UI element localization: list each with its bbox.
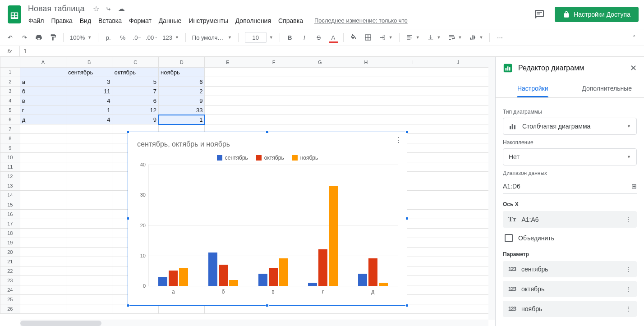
menu-tools[interactable]: Инструменты	[185, 15, 231, 26]
series-chip[interactable]: 123сентябрь⋮	[503, 261, 637, 277]
menu-format[interactable]: Формат	[126, 15, 155, 26]
number-type-icon: 123	[508, 266, 516, 272]
more-icon[interactable]: ⋮	[625, 266, 631, 273]
svg-rect-15	[510, 126, 511, 129]
more-tools-btn[interactable]: ⋯	[493, 31, 506, 44]
fill-color-btn[interactable]	[347, 31, 360, 44]
chart-menu-icon[interactable]: ⋮	[395, 136, 402, 144]
sidebar-title: Редактор диаграмм	[518, 64, 625, 72]
share-label: Настройки Доступа	[574, 11, 630, 18]
bold-btn[interactable]: B	[284, 31, 296, 44]
series-chip[interactable]: 123октябрь⋮	[503, 281, 637, 297]
tab-customize[interactable]: Дополнительные	[570, 79, 644, 97]
svg-rect-3	[15, 13, 17, 15]
chart-editor-icon	[503, 63, 513, 73]
move-icon[interactable]: ⤷	[106, 5, 111, 13]
sheets-logo	[5, 5, 23, 23]
combine-checkbox[interactable]: Объединить	[503, 231, 637, 244]
horizontal-scrollbar[interactable]	[20, 320, 488, 326]
number-type-icon: 123	[508, 286, 516, 292]
menu-view[interactable]: Вид	[77, 15, 94, 26]
doc-title[interactable]: Новая таблица	[25, 3, 87, 14]
svg-rect-2	[12, 13, 14, 15]
collapse-toolbar-icon[interactable]: ˄	[628, 31, 640, 44]
close-icon[interactable]: ✕	[630, 63, 637, 73]
menu-insert[interactable]: Вставка	[95, 15, 125, 26]
borders-btn[interactable]	[362, 31, 374, 44]
svg-rect-12	[506, 68, 507, 71]
chart-type-select[interactable]: Столбчатая диаграмма▼	[503, 118, 637, 135]
bar-chart-icon	[509, 123, 518, 130]
currency-btn[interactable]: р.	[102, 31, 115, 44]
menu-help[interactable]: Справка	[275, 15, 306, 26]
stacking-label: Накопление	[503, 139, 637, 146]
star-icon[interactable]: ☆	[93, 5, 99, 13]
wrap-btn[interactable]: ▼	[445, 34, 465, 41]
svg-rect-7	[537, 14, 540, 14]
text-color-btn[interactable]: A	[327, 31, 340, 44]
fx-input[interactable]: 1	[20, 48, 27, 55]
app-header: Новая таблица ☆ ⤷ ☁ Файл Правка Вид Вста…	[0, 0, 644, 29]
print-icon[interactable]	[32, 31, 45, 44]
vertical-scrollbar[interactable]	[488, 57, 495, 320]
comments-icon[interactable]	[530, 5, 548, 23]
dec-more-btn[interactable]: .00→	[145, 31, 158, 44]
dec-less-btn[interactable]: .0←	[131, 31, 143, 44]
font-select[interactable]: По умолча...▼	[189, 34, 235, 41]
redo-icon[interactable]: ↷	[18, 31, 31, 44]
chart-editor-sidebar: Редактор диаграмм ✕ Настройки Дополнител…	[495, 57, 644, 326]
stacking-select[interactable]: Нет▼	[503, 148, 637, 165]
formula-bar: fx 1	[0, 46, 644, 57]
series-chip[interactable]: 123ноябрь⋮	[503, 301, 637, 317]
chart-plot: 010203040абвгд	[148, 165, 398, 286]
rotate-btn[interactable]: ▼	[466, 34, 486, 41]
menu-edit[interactable]: Правка	[48, 15, 75, 26]
merge-btn[interactable]: ▼	[376, 34, 396, 41]
svg-rect-4	[12, 16, 14, 18]
paint-format-icon[interactable]	[47, 31, 60, 44]
more-icon[interactable]: ⋮	[625, 305, 631, 312]
tab-setup[interactable]: Настройки	[496, 79, 570, 97]
svg-rect-17	[514, 125, 515, 129]
chart-object[interactable]: ⋮ сентябрь, октябрь и ноябрь сентябрьокт…	[128, 132, 407, 306]
font-size-select[interactable]: 10▼	[242, 32, 276, 43]
toolbar: ↶ ↷ 100%▼ р. % .0← .00→ 123▼ По умолча..…	[0, 29, 644, 46]
undo-icon[interactable]: ↶	[4, 31, 16, 44]
chart-legend: сентябрьоктябрьноябрь	[128, 155, 407, 161]
zoom-select[interactable]: 100%▼	[67, 34, 94, 41]
range-label: Диапазон данных	[503, 170, 637, 176]
svg-rect-6	[537, 12, 542, 13]
svg-rect-14	[509, 67, 511, 70]
range-input[interactable]: A1:D6 ⊞	[503, 179, 637, 194]
share-button[interactable]: Настройки Доступа	[555, 7, 639, 22]
menu-file[interactable]: Файл	[25, 15, 47, 26]
xaxis-chip[interactable]: Tт A1:A6 ⋮	[503, 211, 637, 228]
svg-rect-13	[507, 66, 509, 70]
percent-btn[interactable]: %	[116, 31, 129, 44]
select-range-icon[interactable]: ⊞	[631, 183, 637, 190]
last-edit[interactable]: Последнее изменение: только что	[314, 17, 408, 24]
italic-btn[interactable]: I	[298, 31, 311, 44]
spreadsheet[interactable]: ABCDEFGHIJ1сентябрьоктябрьноябрь2а3563б1…	[0, 57, 495, 326]
strike-btn[interactable]: S	[313, 31, 325, 44]
menu-addons[interactable]: Дополнения	[232, 15, 274, 26]
chart-title: сентябрь, октябрь и ноябрь	[128, 132, 407, 148]
more-icon[interactable]: ⋮	[625, 285, 631, 293]
chart-type-label: Тип диаграммы	[503, 109, 637, 115]
menu-bar: Файл Правка Вид Вставка Формат Данные Ин…	[25, 14, 530, 26]
valign-btn[interactable]: ▼	[424, 34, 444, 41]
halign-btn[interactable]: ▼	[403, 34, 423, 41]
menu-data[interactable]: Данные	[156, 15, 185, 26]
fx-icon: fx	[0, 46, 20, 56]
num-format-select[interactable]: 123▼	[160, 34, 182, 41]
number-type-icon: 123	[508, 306, 516, 312]
series-section-label: Параметр	[503, 251, 637, 257]
svg-rect-5	[15, 16, 17, 18]
svg-rect-16	[512, 124, 513, 129]
xaxis-section-label: Ось X	[503, 201, 637, 207]
cloud-icon[interactable]: ☁	[118, 5, 125, 13]
more-icon[interactable]: ⋮	[625, 216, 631, 223]
text-type-icon: Tт	[508, 216, 516, 223]
